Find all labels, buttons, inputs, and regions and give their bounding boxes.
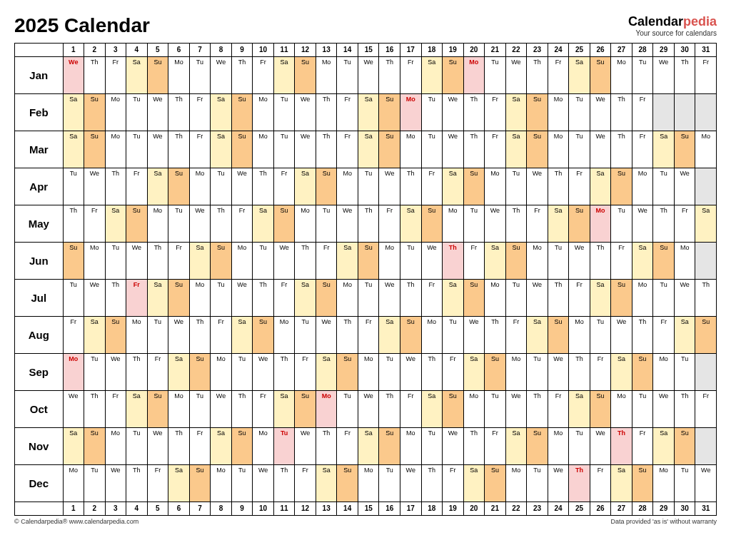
day-cell: Mo (653, 465, 675, 502)
day-cell: Tu (379, 465, 400, 502)
day-of-week: Mo (106, 131, 126, 140)
day-cell: Tu (421, 131, 443, 168)
day-number-header: 24 (548, 44, 569, 57)
day-of-week: Tu (168, 205, 189, 214)
day-cell: Su (590, 57, 611, 94)
day-cell: Mo (105, 94, 126, 131)
day-cell: Su (231, 131, 253, 168)
day-cell: Su (231, 94, 253, 131)
day-cell: Mo (189, 280, 211, 317)
day-of-week: Mo (485, 280, 505, 288)
day-of-week: Sa (443, 168, 463, 177)
day-of-week: Mo (506, 465, 527, 474)
day-of-week: Sa (126, 391, 147, 399)
day-cell: Fr (253, 391, 274, 428)
day-of-week: Mo (548, 94, 569, 103)
day-of-week: We (295, 131, 316, 140)
day-cell (695, 94, 717, 131)
day-of-week: Tu (274, 428, 295, 437)
day-of-week: Fr (548, 57, 569, 66)
day-cell: Fr (126, 168, 148, 205)
day-cell: Tu (569, 428, 590, 465)
day-cell: Fr (485, 94, 506, 131)
day-cell: Mo (211, 354, 232, 391)
day-cell: We (295, 94, 316, 131)
day-cell: Sa (295, 280, 316, 317)
day-cell: Th (421, 465, 443, 502)
day-number-header: 30 (674, 44, 695, 57)
day-cell: Su (400, 317, 422, 354)
day-of-week: Mo (422, 317, 443, 325)
day-of-week: Th (316, 94, 337, 103)
day-of-week: Tu (485, 391, 505, 399)
day-cell: Th (379, 391, 400, 428)
day-of-week: Fr (611, 243, 632, 251)
day-of-week: Sa (274, 57, 295, 66)
day-cell (695, 168, 717, 205)
day-number-header: 27 (611, 44, 632, 57)
day-number-header: 5 (147, 44, 168, 57)
day-cell: Fr (273, 280, 295, 317)
day-cell: Sa (590, 168, 611, 205)
day-cell: Tu (273, 428, 295, 465)
day-cell: Mo (548, 131, 569, 168)
day-cell: Mo (400, 428, 422, 465)
day-cell: We (505, 391, 527, 428)
day-of-week: Fr (695, 391, 716, 399)
day-cell: Mo (611, 391, 632, 428)
day-cell: Fr (695, 391, 717, 428)
month-label: Apr (15, 168, 64, 205)
day-cell: We (189, 205, 211, 243)
day-cell: Sa (273, 391, 295, 428)
day-number-header: 20 (463, 44, 485, 57)
day-of-week: Sa (211, 131, 231, 140)
day-cell: We (168, 317, 190, 354)
day-cell: Tu (505, 280, 527, 317)
day-cell: Sa (569, 57, 590, 94)
day-of-week: Sa (295, 168, 316, 177)
day-of-week: Su (168, 168, 189, 177)
day-of-week: Su (611, 280, 632, 288)
day-of-week: Sa (148, 280, 168, 288)
day-of-week: Mo (611, 391, 632, 399)
month-label: Jun (15, 243, 64, 280)
day-cell: Fr (231, 205, 253, 243)
day-of-week: We (464, 317, 485, 325)
day-number-header: 23 (527, 502, 548, 516)
day-of-week: Th (675, 57, 695, 66)
day-of-week: Th (464, 94, 485, 103)
day-of-week: We (126, 243, 147, 251)
day-of-week: Su (126, 205, 147, 214)
day-of-week: Su (464, 280, 485, 288)
day-cell: Su (379, 428, 400, 465)
day-cell: Fr (569, 168, 590, 205)
day-number-header: 1 (63, 44, 84, 57)
day-cell: Sa (443, 280, 464, 317)
day-of-week: Fr (485, 94, 505, 103)
day-of-week: Th (168, 94, 189, 103)
page-title: 2025 Calendar (14, 14, 150, 37)
day-cell: Fr (611, 243, 632, 280)
day-cell: Th (505, 205, 527, 243)
day-of-week: Fr (675, 205, 695, 214)
day-cell: Fr (505, 317, 527, 354)
day-of-week: Sa (611, 465, 632, 474)
day-number-header: 11 (273, 502, 295, 516)
day-cell: Fr (147, 465, 168, 502)
day-of-week: Tu (126, 428, 147, 437)
day-of-week: Tu (569, 428, 590, 437)
day-of-week: We (675, 280, 695, 288)
day-number-header: 24 (548, 502, 569, 516)
day-of-week: Sa (126, 57, 147, 66)
day-cell: We (63, 57, 84, 94)
day-cell: We (105, 465, 126, 502)
day-of-week: Tu (106, 243, 126, 251)
day-of-week: Sa (64, 94, 84, 103)
calendar-table: 1234567891011121314151617181920212223242… (14, 43, 717, 516)
day-of-week: Su (211, 243, 231, 251)
day-number-header: 6 (168, 502, 190, 516)
day-of-week: We (569, 243, 590, 251)
day-number-header: 2 (84, 502, 106, 516)
day-cell: Sa (527, 317, 548, 354)
day-cell: Fr (590, 465, 611, 502)
